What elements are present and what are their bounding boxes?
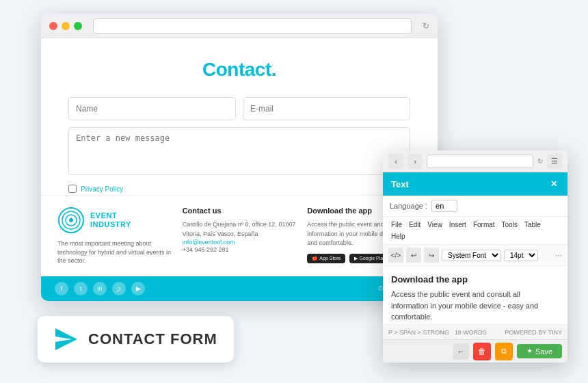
editor-content-area[interactable]: Download the app Access the public event… [383, 266, 567, 331]
menu-view[interactable]: View [425, 220, 445, 230]
menu-table[interactable]: Table [522, 220, 544, 230]
traffic-light-green[interactable] [74, 22, 82, 30]
contact-address: Castillo de Quejana nº 8, office 12, 010… [183, 220, 297, 239]
footer-bar: f t in p ▶ © Eventool 2021 [41, 276, 438, 301]
title-dot: . [271, 59, 276, 80]
svg-marker-4 [55, 328, 77, 350]
privacy-label: Privacy Policy [81, 185, 123, 193]
badge-label: CONTACT FORM [88, 330, 217, 348]
contact-email: info@eventool.com [183, 239, 297, 246]
toolbar-more-btn[interactable]: ··· [555, 250, 562, 260]
editor-back-btn[interactable]: ← [453, 343, 469, 360]
status-powered-by: POWERED BY TINY [505, 329, 562, 336]
browser-window: ↻ Contact. Privacy Policy Send [41, 14, 438, 301]
social-icons: f t in p ▶ [55, 282, 145, 295]
nav-refresh-icon[interactable]: ↻ [537, 157, 543, 165]
pinterest-icon[interactable]: p [112, 282, 126, 295]
brand-description: The most important meeting about technol… [57, 239, 172, 265]
traffic-light-yellow[interactable] [62, 22, 70, 30]
site-footer: EVENT INDUSTRY The most important meetin… [41, 195, 438, 276]
font-size-select[interactable]: 14pt [504, 250, 538, 261]
footer-contact-col: Contact us Castillo de Quejana nº 8, off… [183, 207, 297, 265]
save-icon: ✦ [526, 347, 533, 356]
footer-logo: EVENT INDUSTRY [57, 207, 172, 234]
apple-icon: 🍎 [312, 256, 318, 261]
privacy-checkbox[interactable] [68, 185, 77, 193]
editor-nav-bar: ‹ › ↻ ☰ [383, 150, 567, 172]
menu-insert[interactable]: Insert [446, 220, 469, 230]
editor-status-bar: P > SPAN > STRONG 18 WORDS POWERED BY TI… [383, 324, 567, 339]
nav-menu-btn[interactable]: ☰ [547, 154, 562, 169]
language-label: Language : [390, 202, 427, 210]
language-select[interactable]: en [431, 200, 457, 212]
email-input[interactable] [243, 97, 410, 120]
app-store-badge[interactable]: 🍎 App Store [307, 254, 345, 263]
page-title: Contact. [68, 59, 410, 81]
address-bar[interactable] [93, 18, 412, 34]
twitter-icon[interactable]: t [74, 282, 88, 295]
undo-btn[interactable]: ↩ [406, 248, 421, 263]
menu-file[interactable]: File [388, 220, 405, 230]
traffic-light-red[interactable] [49, 22, 57, 30]
linkedin-icon[interactable]: in [93, 282, 107, 295]
nav-back-btn[interactable]: ‹ [388, 154, 403, 169]
editor-header: Text ✕ [383, 172, 567, 196]
footer-brand: EVENT INDUSTRY The most important meetin… [57, 207, 172, 265]
editor-title: Text [391, 179, 409, 189]
contact-col-title: Contact us [183, 207, 297, 215]
menu-edit[interactable]: Edit [406, 220, 423, 230]
menu-format[interactable]: Format [470, 220, 498, 230]
save-button[interactable]: ✦ Save [517, 344, 562, 358]
nav-forward-btn[interactable]: › [407, 154, 423, 169]
contact-form-badge: CONTACT FORM [38, 316, 234, 362]
editor-bottom-bar: ← 🗑 ⧉ ✦ Save [383, 339, 567, 362]
title-text: Contact [202, 59, 271, 80]
facebook-icon[interactable]: f [55, 282, 68, 295]
menu-tools[interactable]: Tools [499, 220, 520, 230]
content-title: Download the app [391, 274, 559, 285]
code-view-btn[interactable]: </> [388, 248, 403, 263]
browser-toolbar: ↻ [41, 14, 438, 38]
youtube-icon[interactable]: ▶ [131, 282, 145, 295]
editor-toolbar: </> ↩ ↪ System Font 14pt ··· [383, 245, 567, 266]
brand-logo-icon [57, 207, 85, 234]
delete-button[interactable]: 🗑 [473, 343, 491, 360]
editor-url-bar[interactable] [427, 155, 533, 168]
name-input[interactable] [68, 97, 236, 120]
traffic-lights [49, 22, 82, 30]
reload-icon[interactable]: ↻ [423, 21, 429, 31]
editor-language-row: Language : en [383, 196, 567, 217]
paper-plane-icon [54, 327, 79, 352]
message-textarea[interactable] [68, 127, 410, 175]
font-family-select[interactable]: System Font [442, 250, 501, 261]
editor-menu-bar: File Edit View Insert Format Tools Table… [383, 217, 567, 245]
play-icon: ▶ [354, 256, 358, 261]
svg-point-3 [69, 218, 73, 222]
brand-name: EVENT INDUSTRY [90, 211, 131, 229]
privacy-row: Privacy Policy [68, 185, 410, 193]
menu-help[interactable]: Help [388, 231, 408, 241]
redo-btn[interactable]: ↪ [424, 248, 439, 263]
form-name-email-row [68, 97, 410, 120]
status-word-count: 18 WORDS [455, 329, 487, 336]
content-body: Access the public event and consult all … [391, 289, 559, 323]
close-icon[interactable]: ✕ [548, 179, 559, 189]
duplicate-button[interactable]: ⧉ [495, 343, 513, 360]
editor-panel: ‹ › ↻ ☰ Text ✕ Language : en File Edit V… [383, 150, 567, 362]
status-path: P > SPAN > STRONG [388, 329, 449, 336]
contact-phone: +34 945 292 281 [183, 246, 297, 255]
badge-icon [54, 327, 79, 352]
